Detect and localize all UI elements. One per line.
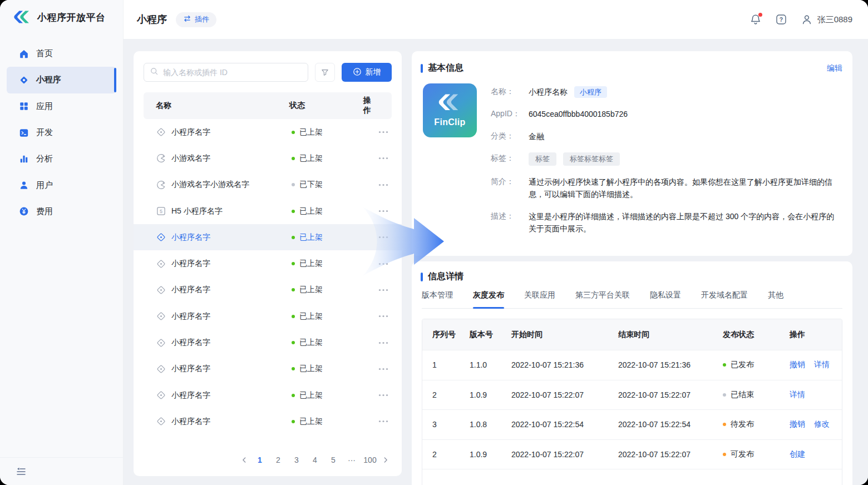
row-action-link[interactable]: 撤销 [790,419,805,429]
collapse-icon[interactable] [16,467,27,477]
mini-program-row[interactable]: 小游戏名字 已上架 [134,145,402,171]
more-icon[interactable] [378,184,388,186]
mini-program-row[interactable]: 小程序名字 已上架 [134,408,402,434]
row-action-link[interactable]: 修改 [814,419,830,429]
more-icon[interactable] [378,342,388,344]
filter-icon[interactable] [315,63,335,82]
more-icon[interactable] [378,210,388,212]
user-name: 张三0889 [817,14,852,25]
mini-program-row[interactable]: 小游戏名字小游戏名字 已下架 [134,172,402,198]
mini-program-row[interactable]: 小程序名字 已上架 [134,382,402,408]
tab[interactable]: 开发域名配置 [701,290,748,308]
tab[interactable]: 其他 [768,290,783,308]
mini-program-row[interactable]: 5 H5 小程序名字 已上架 [134,198,402,224]
sidebar-item-dev[interactable]: 开发 [7,120,116,146]
cell-seq: 1 [432,360,470,369]
detail-info-title: 信息详情 [428,271,463,283]
release-column: 结束时间 [618,330,723,340]
more-icon[interactable] [378,368,388,370]
mini-program-name: 小程序名字 [171,338,210,348]
field-appid-label: AppID： [491,108,529,120]
field-intro-value: 通过示例小程序快速了解小程序中的各项内容。如果你想在这里了解小程序更加详细的信息… [529,176,841,200]
cell-actions: 创建 [790,449,842,459]
next-page-button[interactable] [382,456,389,464]
row-action-link[interactable]: 撤销 [790,360,805,370]
page-button[interactable]: 4 [308,453,322,467]
help-icon[interactable]: ? [775,13,787,26]
more-icon[interactable] [378,289,388,291]
sidebar-item-miniapp[interactable]: 小程序 [7,67,116,93]
page-button[interactable]: 5 [327,453,340,467]
more-icon[interactable] [378,263,388,265]
notifications-bell-icon[interactable] [749,13,762,26]
sidebar-item-users[interactable]: 用户 [7,172,116,198]
more-icon[interactable] [378,315,388,318]
plus-icon [353,67,362,78]
brand[interactable]: 小程序开放平台 [13,10,106,25]
sidebar-item-apps[interactable]: 应用 [7,93,116,120]
user-avatar-icon [801,13,813,26]
mini-program-row[interactable]: 小程序名字 已上架 [134,356,402,382]
mini-program-row[interactable]: 小程序名字 已上架 [134,224,402,250]
prev-page-button[interactable] [240,456,248,464]
cell-end-time: 2022-10-07 15:22:54 [618,420,723,429]
tab[interactable]: 灰度发布 [473,290,504,308]
mini-program-name: 小游戏名字 [171,154,210,164]
user-menu[interactable]: 张三0889 [801,13,852,26]
search-input[interactable] [163,68,302,77]
row-action-link[interactable]: 详情 [814,360,830,370]
sidebar-item-home[interactable]: 首页 [7,41,116,67]
status-dot [292,394,295,397]
row-action-link[interactable]: 创建 [790,449,805,459]
more-icon[interactable] [378,236,388,239]
mini-program-row[interactable]: 小程序名字 已上架 [134,119,402,145]
row-action-link[interactable]: 详情 [790,390,805,400]
more-icon[interactable] [378,157,388,160]
more-icon[interactable] [378,420,388,423]
tab[interactable]: 关联应用 [524,290,555,308]
cell-version: 1.0.8 [470,420,511,429]
add-button[interactable]: 新增 [342,63,392,82]
status-dot [723,453,726,456]
release-table-row: 2 1.0.9 2022-10-07 15:22:07 2022-10-07 1… [422,380,842,410]
release-table-row: 2 1.0.9 2022-10-07 15:22:07 2022-10-07 1… [422,439,842,469]
finclip-mark-icon [438,93,462,115]
pagination-ellipsis[interactable]: ··· [345,453,358,467]
status-text: 已上架 [299,338,323,348]
edit-link[interactable]: 编辑 [827,63,842,73]
field-appid-value: 6045cea0ffbbb4000185b726 [529,108,628,120]
miniapp-outline-icon [156,416,166,427]
field-category-value: 金融 [529,130,544,142]
page-button[interactable]: 1 [253,453,267,467]
notification-dot [758,13,762,17]
search-input-wrap [144,63,308,82]
status-text: 已上架 [299,259,323,269]
switch-to-plugin-button[interactable]: 插件 [176,12,216,27]
page-title: 小程序 [137,13,167,26]
page-button[interactable]: 2 [272,453,285,467]
more-icon[interactable] [378,131,388,133]
cell-start-time: 2022-10-07 15:22:07 [511,450,618,459]
mini-program-row[interactable]: 小程序名字 已上架 [134,250,402,276]
mini-program-row[interactable]: 小程序名字 已上架 [134,303,402,329]
mini-program-name: 小程序名字 [171,390,210,400]
more-icon[interactable] [378,394,388,397]
sidebar-item-label: 费用 [36,206,53,217]
sidebar-item-fees[interactable]: 费用 [7,199,116,225]
page-button[interactable]: 100 [363,453,377,467]
tab[interactable]: 隐私设置 [650,290,681,308]
detail-tabs: 版本管理灰度发布关联应用第三方平台关联隐私设置开发域名配置其他 [422,290,842,309]
miniapp-outline-icon [156,127,166,137]
detail-info-panel: 信息详情 版本管理灰度发布关联应用第三方平台关联隐私设置开发域名配置其他 序列号… [412,261,852,485]
tab[interactable]: 第三方平台关联 [575,290,630,308]
release-table-row: 3 1.0.8 2022-10-07 15:22:54 2022-10-07 1… [422,409,842,439]
column-status: 状态 [289,101,363,111]
sidebar-item-analytics[interactable]: 分析 [7,146,116,172]
mini-program-row[interactable]: 小程序名字 已上架 [134,277,402,303]
tab[interactable]: 版本管理 [422,290,453,308]
mini-program-row[interactable]: 小程序名字 已上架 [134,329,402,355]
status-badge: 已上架 [292,259,367,269]
mini-program-name: H5 小程序名字 [171,206,223,216]
top-header: 小程序 插件 ? 张三0889 [124,0,868,39]
page-button[interactable]: 3 [290,453,303,467]
